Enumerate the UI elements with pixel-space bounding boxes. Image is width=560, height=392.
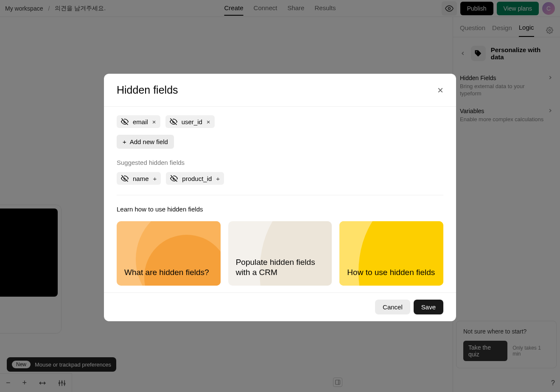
add-chip-icon[interactable]: + bbox=[153, 175, 157, 182]
chip-product-id: product_id + bbox=[166, 172, 224, 185]
card-label: How to use hidden fields bbox=[347, 267, 435, 278]
add-chip-icon[interactable]: + bbox=[216, 175, 220, 182]
chip-name: name + bbox=[117, 172, 161, 185]
hidden-fields-modal: Hidden fields × email × user_id × bbox=[104, 74, 456, 321]
card-populate-crm[interactable]: Populate hidden fields with a CRM bbox=[228, 221, 332, 286]
hidden-icon bbox=[121, 175, 129, 182]
close-icon[interactable]: × bbox=[437, 85, 443, 95]
chip-label: product_id bbox=[182, 175, 212, 182]
cancel-button[interactable]: Cancel bbox=[375, 300, 410, 314]
learn-title: Learn how to use hidden fields bbox=[117, 206, 443, 213]
remove-chip-icon[interactable]: × bbox=[207, 118, 210, 125]
hidden-icon bbox=[121, 118, 129, 125]
plus-icon: + bbox=[123, 138, 126, 145]
chip-user-id: user_id × bbox=[165, 115, 215, 128]
chip-email: email × bbox=[117, 115, 160, 128]
suggested-chips: name + product_id + bbox=[117, 172, 443, 185]
add-field-button[interactable]: + Add new field bbox=[117, 135, 174, 149]
modal-overlay[interactable]: Hidden fields × email × user_id × bbox=[0, 0, 560, 392]
chip-label: name bbox=[133, 175, 149, 182]
hidden-icon bbox=[170, 118, 177, 125]
suggested-label: Suggested hidden fields bbox=[117, 159, 443, 166]
chip-label: email bbox=[133, 118, 148, 125]
hidden-icon bbox=[170, 175, 178, 182]
learn-cards: What are hidden fields? Populate hidden … bbox=[117, 221, 443, 286]
card-label: What are hidden fields? bbox=[124, 267, 209, 278]
save-button[interactable]: Save bbox=[414, 300, 443, 314]
chip-label: user_id bbox=[182, 118, 202, 125]
add-field-label: Add new field bbox=[130, 138, 168, 145]
hidden-fields-chips: email × user_id × bbox=[117, 115, 443, 128]
card-how-to-use[interactable]: How to use hidden fields bbox=[339, 221, 443, 286]
card-label: Populate hidden fields with a CRM bbox=[236, 257, 325, 278]
remove-chip-icon[interactable]: × bbox=[152, 118, 156, 125]
card-what-are-hidden-fields[interactable]: What are hidden fields? bbox=[117, 221, 221, 286]
modal-title: Hidden fields bbox=[117, 84, 178, 96]
